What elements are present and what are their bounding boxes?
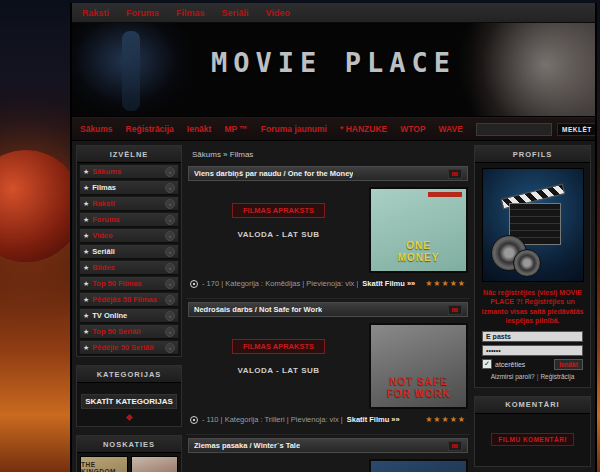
movie-language: VALODA - LAT SUB xyxy=(237,230,319,239)
search-button[interactable]: MEKLĒT xyxy=(557,123,597,136)
site-logo: MOVIE PLACE xyxy=(72,47,595,78)
arrow-circle-icon: › xyxy=(165,295,175,305)
movie-entry: Nedrošais darbs / Not Safe for Work FILM… xyxy=(186,298,470,429)
sidebar-item-p-d-jie-50-seri-li[interactable]: ★ Pēdējie 50 Seriāli › xyxy=(79,340,179,355)
login-button[interactable]: Ienākt xyxy=(554,359,583,370)
star-icon: ★ xyxy=(83,264,89,271)
topnav-item-forums[interactable]: Forums xyxy=(126,8,159,18)
movie-meta: - 170 | Kategorija : Komēdijas | Pievien… xyxy=(202,279,358,288)
movie-title-bar[interactable]: Ziemas pasaka / Winter`s Tale xyxy=(188,438,468,453)
sidebar-item-s-kums[interactable]: ★ Sākums › xyxy=(79,164,179,179)
main-navigation-links: SākumsReģistrācijaIenāktMP ™Foruma jaunu… xyxy=(80,124,463,134)
email-field[interactable] xyxy=(482,331,583,342)
sidebar-item-top-50-seri-li[interactable]: ★ Top 50 Seriāli › xyxy=(79,324,179,339)
red-marker-icon xyxy=(448,169,462,179)
star-icon: ★ xyxy=(83,184,89,191)
topnav-item-video[interactable]: Video xyxy=(266,8,290,18)
mainnav-item-foruma-jaunumi[interactable]: Foruma jaunumi xyxy=(261,124,327,134)
mainnav-item-re-istr-cija[interactable]: Reģistrācija xyxy=(126,124,174,134)
remember-label: atcerēties xyxy=(495,361,525,368)
watch-poster[interactable]: THE KINGDOM xyxy=(80,456,128,472)
movie-poster[interactable]: NOT SAFEFOR WORK xyxy=(369,323,468,409)
sidebar-item-bildes[interactable]: ★ Bildes › xyxy=(79,260,179,275)
sidebar-item-tv-online[interactable]: ★ TV Online › xyxy=(79,308,179,323)
film-description-button[interactable]: FILMAS APRAKSTS xyxy=(232,339,325,354)
mainnav-item-s-kums[interactable]: Sākums xyxy=(80,124,113,134)
rating-stars[interactable]: ★★★★★ xyxy=(425,415,466,424)
site-banner: MOVIE PLACE xyxy=(72,23,595,117)
topnav-item-seri-li[interactable]: Seriāli xyxy=(222,8,249,18)
comments-box-title: KOMENTĀRI xyxy=(475,397,590,414)
movie-title: Ziemas pasaka / Winter`s Tale xyxy=(194,441,300,450)
rating-stars[interactable]: ★★★★★ xyxy=(425,279,466,288)
poster-decoration xyxy=(428,192,462,197)
movie-language: VALODA - LAT SUB xyxy=(237,366,319,375)
sidebar-item-p-d-j-s-50-filmas[interactable]: ★ Pēdējās 50 Filmas › xyxy=(79,292,179,307)
star-icon: ★ xyxy=(83,312,89,319)
mainnav-item-hanzuke[interactable]: * HANZUKE xyxy=(340,124,387,134)
link-separator: | xyxy=(537,373,539,380)
movie-title-bar[interactable]: Nedrošais darbs / Not Safe for Work xyxy=(188,302,468,317)
desktop-background: RakstiForumsFilmasSeriāliVideo MOVIE PLA… xyxy=(0,0,600,472)
watch-grid: THE KINGDOM FILMAS INFOFILMAS INFO xyxy=(77,453,181,472)
site-wrapper: RakstiForumsFilmasSeriāliVideo MOVIE PLA… xyxy=(70,3,597,472)
sidebar-item-raksti[interactable]: ★ Raksti › xyxy=(79,196,179,211)
bullet-icon xyxy=(190,280,198,288)
movie-title-bar[interactable]: Viens darbiņš par naudu / One for the Mo… xyxy=(188,166,468,181)
arrow-circle-icon: › xyxy=(165,311,175,321)
search-input[interactable] xyxy=(476,123,552,136)
movie-entry: Viens darbiņš par naudu / One for the Mo… xyxy=(186,166,470,293)
watch-film-link[interactable]: Skatīt Filmu »» xyxy=(347,415,400,424)
clapperboard-image[interactable] xyxy=(482,168,584,282)
topnav-item-raksti[interactable]: Raksti xyxy=(82,8,109,18)
menu-list: ★ Sākums › ★ Filmas › ★ Raksti › ★ Forum… xyxy=(77,164,181,355)
movie-meta: - 110 | Kategorija : Trilleri | Pievieno… xyxy=(202,415,343,424)
register-link[interactable]: Reģistrācija xyxy=(540,373,574,380)
watch-poster-title: THE KINGDOM xyxy=(81,461,127,472)
register-invite-text: Nāc reģistrējies (viesi) MOVIE PLACE ?! … xyxy=(475,286,590,331)
sidebar-item-label: Top 50 Filmas xyxy=(92,279,162,288)
right-sidebar: PROFILS Nāc reģistrējies (viesi) MOVIE P… xyxy=(474,145,591,472)
search-bar: MEKLĒT xyxy=(476,123,597,136)
sidebar-item-seri-li[interactable]: ★ Seriāli › xyxy=(79,244,179,259)
star-icon: ★ xyxy=(83,248,89,255)
mainnav-item-ien-kt[interactable]: Ienākt xyxy=(187,124,212,134)
arrow-circle-icon: › xyxy=(165,183,175,193)
password-field[interactable] xyxy=(482,345,583,356)
star-icon: ★ xyxy=(83,216,89,223)
topnav-item-filmas[interactable]: Filmas xyxy=(176,8,205,18)
comments-box: KOMENTĀRI FILMU KOMENTĀRI xyxy=(474,396,591,467)
arrow-circle-icon: › xyxy=(165,199,175,209)
bullet-icon xyxy=(190,416,198,424)
watch-poster[interactable] xyxy=(131,456,179,472)
categories-box-title: KATEGORIJAS xyxy=(77,366,181,383)
arrow-circle-icon: › xyxy=(165,343,175,353)
mainnav-item-mp[interactable]: MP ™ xyxy=(224,124,247,134)
movie-body: FILMAS APRAKSTS VALODA - ENG / RU WINTER… xyxy=(186,457,470,472)
category-marker-icon xyxy=(125,414,132,421)
sidebar-item-filmas[interactable]: ★ Filmas › xyxy=(79,180,179,195)
mainnav-item-wtop[interactable]: WTOP xyxy=(400,124,425,134)
view-categories-link[interactable]: SKATĪT KATEGORIJAS xyxy=(81,394,177,409)
movie-poster[interactable]: ONEMONEY xyxy=(369,187,468,273)
arrow-circle-icon: › xyxy=(165,247,175,257)
breadcrumb: Sākums » Filmas xyxy=(186,145,470,166)
arrow-circle-icon: › xyxy=(165,231,175,241)
movie-poster[interactable]: WINTER'S TALE xyxy=(369,459,468,472)
left-sidebar: IZVĒLNE ★ Sākums › ★ Filmas › ★ Raksti ›… xyxy=(76,145,182,472)
film-comments-button[interactable]: FILMU KOMENTĀRI xyxy=(491,433,574,446)
forgot-password-link[interactable]: Aizmirsi paroli? xyxy=(491,373,535,380)
content-area: IZVĒLNE ★ Sākums › ★ Filmas › ★ Raksti ›… xyxy=(72,141,595,472)
watch-film-link[interactable]: Skatīt Filmu »» xyxy=(362,279,415,288)
sidebar-item-forums[interactable]: ★ Forums › xyxy=(79,212,179,227)
sidebar-item-video[interactable]: ★ Video › xyxy=(79,228,179,243)
remember-checkbox[interactable]: ✓ xyxy=(482,359,492,369)
arrow-circle-icon: › xyxy=(165,263,175,273)
movie-list: Viens darbiņš par naudu / One for the Mo… xyxy=(186,166,470,472)
watch-box-title: NOSKATIES xyxy=(77,436,181,453)
film-description-button[interactable]: FILMAS APRAKSTS xyxy=(232,203,325,218)
mainnav-item-wave[interactable]: WAVE xyxy=(439,124,463,134)
watch-box: NOSKATIES THE KINGDOM FILMAS INFOFILMAS … xyxy=(76,435,182,472)
sidebar-item-top-50-filmas[interactable]: ★ Top 50 Filmas › xyxy=(79,276,179,291)
login-form: ✓ atcerēties Ienākt Aizmirsi paroli?|Reģ… xyxy=(475,331,590,387)
